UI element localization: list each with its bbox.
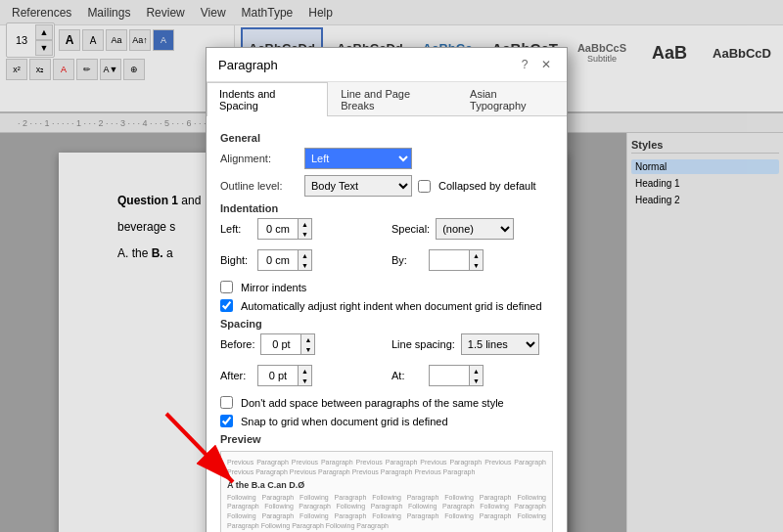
snap-checkbox[interactable]	[220, 415, 233, 427]
at-row: At: ▲▼	[392, 365, 553, 386]
by-input[interactable]	[430, 250, 469, 270]
dont-add-row: Don't add space between paragraphs of th…	[220, 396, 553, 409]
after-row: After: ▲▼	[220, 365, 382, 386]
preview-section-label: Preview	[220, 433, 553, 445]
mirror-checkbox[interactable]	[220, 281, 233, 293]
right-indent-label: Bight:	[220, 254, 252, 266]
outline-row: Outline level: Body Text Collapsed by de…	[220, 175, 553, 197]
after-up-btn[interactable]: ▲	[298, 366, 311, 376]
before-up-btn[interactable]: ▲	[300, 334, 314, 344]
auto-indent-row: Automatically adjust right indent when d…	[220, 299, 553, 312]
special-label: Special:	[392, 223, 430, 235]
mirror-row: Mirror indents	[220, 281, 553, 293]
right-up-btn[interactable]: ▲	[298, 250, 311, 260]
dialog-help-btn[interactable]: ?	[516, 56, 533, 73]
dialog-body: General Alignment: Left Center Right Jus…	[207, 116, 567, 532]
special-select[interactable]: (none) First line Hanging	[436, 218, 514, 240]
at-down-btn[interactable]: ▼	[469, 376, 483, 385]
collapsed-label: Collapsed by default	[418, 180, 536, 193]
by-label: By:	[392, 254, 423, 266]
indentation-grid: Left: ▲▼ Special: (none) First line Hang…	[220, 218, 553, 277]
after-down-btn[interactable]: ▼	[298, 376, 311, 385]
line-spacing-row: Line spacing: 1.5 lines Single Double At…	[392, 333, 553, 355]
snap-row: Snap to grid when document grid is defin…	[220, 415, 553, 427]
after-spinner[interactable]: ▲▼	[257, 365, 312, 386]
dialog-overlay: Paragraph ? ✕ Indents and Spacing Line a…	[0, 0, 783, 532]
dialog-title: Paragraph	[218, 58, 278, 72]
left-indent-row: Left: ▲▼	[220, 218, 382, 240]
auto-indent-checkbox[interactable]	[220, 299, 233, 312]
at-up-btn[interactable]: ▲	[469, 366, 483, 376]
alignment-label: Alignment:	[220, 153, 299, 164]
tab-line-page-breaks[interactable]: Line and Page Breaks	[328, 82, 457, 116]
collapsed-checkbox[interactable]	[418, 180, 431, 193]
line-spacing-label: Line spacing:	[392, 338, 455, 350]
before-down-btn[interactable]: ▼	[300, 344, 314, 354]
dialog-title-bar: Paragraph ? ✕	[207, 48, 567, 82]
before-input[interactable]	[261, 334, 300, 354]
left-down-btn[interactable]: ▼	[298, 229, 311, 239]
snap-label: Snap to grid when document grid is defin…	[220, 415, 448, 427]
auto-indent-label: Automatically adjust right indent when d…	[220, 299, 542, 312]
outline-label: Outline level:	[220, 180, 299, 192]
left-indent-label: Left:	[220, 223, 252, 235]
special-row: Special: (none) First line Hanging	[392, 218, 553, 240]
after-label: After:	[220, 370, 252, 381]
preview-sample-text: A the B.a C.an D.Ø	[227, 480, 546, 490]
left-up-btn[interactable]: ▲	[298, 219, 311, 229]
indentation-section-label: Indentation	[220, 202, 553, 214]
tab-asian-typography[interactable]: Asian Typography	[457, 82, 567, 116]
alignment-select[interactable]: Left Center Right Justify	[304, 148, 412, 169]
before-row: Before: ▲▼	[220, 333, 382, 355]
left-indent-input[interactable]	[258, 219, 298, 239]
mirror-label: Mirror indents	[220, 281, 306, 293]
alignment-row: Alignment: Left Center Right Justify	[220, 148, 553, 169]
tab-indents-spacing[interactable]: Indents and Spacing	[207, 82, 328, 116]
left-indent-spinner[interactable]: ▲▼	[257, 218, 312, 240]
spacing-grid: Before: ▲▼ Line spacing: 1.5 lines Singl…	[220, 333, 553, 392]
spacing-section-label: Spacing	[220, 318, 553, 330]
line-spacing-select[interactable]: 1.5 lines Single Double At least Exactly…	[461, 333, 539, 355]
right-indent-input[interactable]	[258, 250, 298, 270]
dialog-controls: ? ✕	[516, 56, 555, 73]
dialog-close-btn[interactable]: ✕	[537, 56, 555, 73]
right-indent-spinner[interactable]: ▲▼	[257, 249, 312, 271]
by-down-btn[interactable]: ▼	[469, 260, 483, 270]
right-indent-row: Bight: ▲▼	[220, 249, 382, 271]
by-row: By: ▲▼	[392, 249, 553, 271]
before-label: Before:	[220, 338, 254, 350]
before-spinner[interactable]: ▲▼	[260, 333, 315, 355]
at-spinner[interactable]: ▲▼	[429, 365, 484, 386]
preview-prev-para: Previous Paragraph Previous Paragraph Pr…	[227, 458, 546, 477]
after-input[interactable]	[258, 366, 298, 385]
preview-box: Previous Paragraph Previous Paragraph Pr…	[220, 451, 553, 532]
dont-add-checkbox[interactable]	[220, 396, 233, 409]
paragraph-dialog: Paragraph ? ✕ Indents and Spacing Line a…	[206, 47, 568, 532]
preview-next-para: Following Paragraph Following Paragraph …	[227, 493, 546, 531]
by-spinner[interactable]: ▲▼	[429, 249, 484, 271]
dialog-tabs: Indents and Spacing Line and Page Breaks…	[207, 82, 567, 116]
at-input[interactable]	[430, 366, 469, 385]
outline-select[interactable]: Body Text	[304, 175, 412, 197]
right-down-btn[interactable]: ▼	[298, 260, 311, 270]
dont-add-label: Don't add space between paragraphs of th…	[220, 396, 504, 409]
general-section-label: General	[220, 132, 553, 144]
at-label: At:	[392, 370, 423, 381]
by-up-btn[interactable]: ▲	[469, 250, 483, 260]
